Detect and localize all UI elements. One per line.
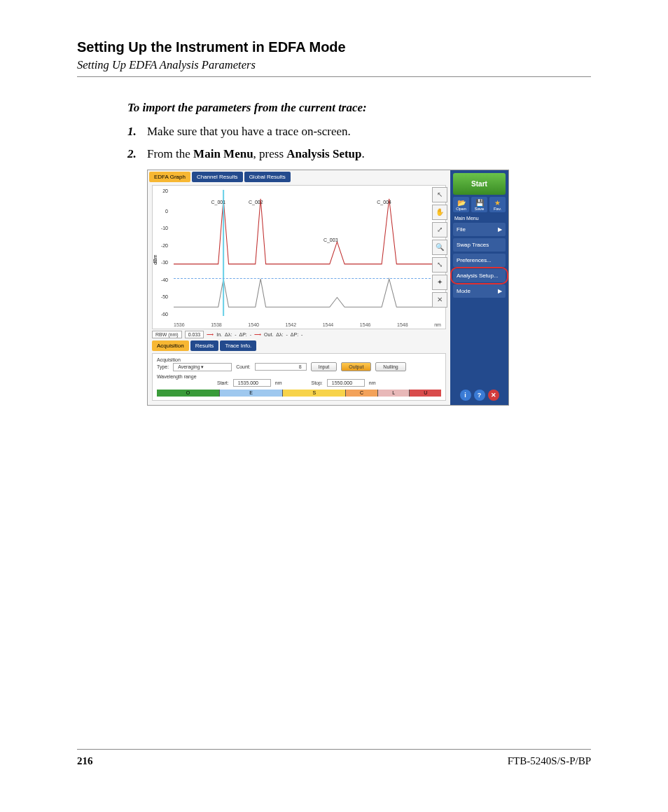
- menu-mode[interactable]: Mode▶: [453, 284, 506, 298]
- fav-button[interactable]: ★Fav.: [489, 197, 506, 212]
- wavelength-range-label: Wavelength range: [157, 374, 441, 379]
- y-tick: -10: [161, 226, 168, 230]
- section-heading: Setting Up the Instrument in EDFA Mode: [77, 39, 591, 55]
- type-select[interactable]: Averaging ▾: [173, 363, 232, 371]
- axes-tool-icon[interactable]: ✕: [432, 292, 447, 308]
- graph-tools: ↖ ✋ ⤢ 🔍 ⤡ ✦ ✕: [432, 187, 446, 308]
- y-tick: -20: [161, 243, 168, 248]
- tab-results[interactable]: Results: [190, 340, 219, 351]
- output-button[interactable]: Output: [341, 362, 371, 371]
- start-label: Start:: [217, 380, 229, 385]
- out-label: Out.: [264, 332, 273, 337]
- x-tick: nm: [434, 322, 441, 327]
- app-screenshot: EDFA Graph Channel Results Global Result…: [147, 170, 509, 406]
- menu-preferences[interactable]: Preferences...: [453, 254, 506, 267]
- x-tick: 1538: [211, 322, 222, 327]
- tab-global-results[interactable]: Global Results: [244, 172, 291, 182]
- tab-edfa-graph[interactable]: EDFA Graph: [149, 172, 190, 182]
- zoom-in-icon[interactable]: ⤢: [432, 222, 447, 238]
- band-u: U: [410, 390, 441, 397]
- main-menu-title: Main Menu: [453, 214, 506, 221]
- step-text: From the Main Menu, press Analysis Setup…: [147, 147, 365, 161]
- menu-swap-traces[interactable]: Swap Traces: [453, 238, 506, 252]
- stop-field[interactable]: 1550.000: [327, 379, 365, 387]
- start-button[interactable]: Start: [453, 173, 506, 195]
- y-tick: -40: [161, 277, 168, 282]
- tab-acquisition[interactable]: Acquisition: [152, 340, 189, 351]
- star-icon: ★: [489, 200, 506, 207]
- model-number: FTB-5240S/S-P/BP: [508, 755, 591, 767]
- menu-file[interactable]: File▶: [453, 223, 506, 236]
- fit-icon[interactable]: ⤡: [432, 257, 447, 273]
- pointer-tool-icon[interactable]: ↖: [432, 187, 447, 202]
- help-icon[interactable]: ?: [474, 390, 485, 401]
- page-footer: 216 FTB-5240S/S-P/BP: [77, 749, 591, 767]
- bold-text: Main Menu: [193, 147, 253, 160]
- x-tick: 1546: [360, 322, 371, 327]
- arrow-icon: ⟶: [207, 332, 214, 338]
- info-icon[interactable]: i: [460, 390, 471, 401]
- x-tick: 1544: [323, 322, 334, 327]
- band-s: S: [283, 390, 346, 397]
- page-number: 216: [77, 755, 93, 767]
- bottom-tab-row: Acquisition Results Trace Info.: [152, 340, 446, 351]
- step-1: 1. Make sure that you have a trace on-sc…: [127, 125, 591, 139]
- unit-label: nm: [275, 380, 282, 385]
- panel-title: Acquisition: [157, 357, 441, 362]
- zoom-icon[interactable]: 🔍: [432, 240, 447, 255]
- open-button[interactable]: 📂Open: [453, 197, 469, 212]
- step-text: Make sure that you have a trace on-scree…: [147, 125, 351, 139]
- main-panel: EDFA Graph Channel Results Global Result…: [148, 170, 450, 405]
- peak-label: C_001: [211, 200, 225, 205]
- type-label: Type:: [157, 364, 169, 369]
- close-icon[interactable]: ✕: [488, 390, 499, 401]
- count-label: Count:: [236, 364, 251, 369]
- band-l: L: [378, 390, 410, 397]
- section-subheading: Setting Up EDFA Analysis Parameters: [77, 58, 591, 72]
- text-fragment: From the: [147, 147, 193, 160]
- start-field[interactable]: 1535.000: [233, 379, 271, 387]
- dash: -: [250, 332, 251, 337]
- folder-open-icon: 📂: [453, 200, 469, 207]
- save-icon: 💾: [471, 200, 487, 207]
- y-tick: 0: [165, 209, 168, 214]
- tab-channel-results[interactable]: Channel Results: [192, 172, 243, 182]
- step-2: 2. From the Main Menu, press Analysis Se…: [127, 147, 591, 161]
- dash: -: [286, 332, 287, 337]
- nulling-button[interactable]: Nulling: [375, 362, 405, 371]
- input-button[interactable]: Input: [311, 362, 338, 371]
- unit-label: nm: [369, 380, 376, 385]
- peak-label: C_003: [323, 238, 338, 242]
- chevron-right-icon: ▶: [498, 226, 502, 233]
- text-fragment: , press: [253, 147, 287, 160]
- marker-tool-icon[interactable]: ✦: [432, 275, 447, 290]
- menu-analysis-setup[interactable]: Analysis Setup...: [453, 269, 506, 282]
- acquisition-panel: Acquisition Type: Averaging ▾ Count: 8 I…: [152, 353, 446, 401]
- count-field[interactable]: 8: [255, 363, 307, 371]
- file-icon-row: 📂Open 💾Save ★Fav.: [453, 197, 506, 212]
- band-c: C: [346, 390, 378, 397]
- dash: -: [301, 332, 302, 337]
- stop-label: Stop:: [311, 380, 322, 385]
- bold-text: Analysis Setup: [286, 147, 361, 160]
- chevron-right-icon: ▶: [498, 288, 502, 294]
- readout-bar: RBW (nm) 0.033 ⟶ In. Δλ: - ΔP: - ⟶ Out. …: [152, 331, 446, 338]
- band-bar: O E S C L U: [157, 390, 441, 397]
- delta-power-label: ΔP:: [291, 332, 298, 337]
- dash: -: [235, 332, 236, 337]
- in-label: In.: [216, 332, 222, 337]
- step-number: 1.: [127, 125, 147, 139]
- tab-trace-info[interactable]: Trace Info.: [220, 340, 256, 351]
- x-axis: 1536 1538 1540 1542 1544 1546 1548 nm: [174, 322, 441, 327]
- x-tick: 1536: [174, 322, 185, 327]
- sidebar-panel: Start 📂Open 💾Save ★Fav. Main Menu File▶ …: [450, 170, 508, 405]
- x-tick: 1542: [286, 322, 297, 327]
- step-number: 2.: [127, 147, 147, 161]
- graph-area: dBm 20 0 -10 -20 -30 -40 -50 -60: [152, 185, 446, 329]
- hand-tool-icon[interactable]: ✋: [432, 205, 447, 220]
- save-button[interactable]: 💾Save: [471, 197, 487, 212]
- y-tick: -30: [161, 260, 168, 265]
- band-o: O: [157, 390, 220, 397]
- top-tab-row: EDFA Graph Channel Results Global Result…: [148, 170, 450, 184]
- text-fragment: .: [362, 147, 365, 160]
